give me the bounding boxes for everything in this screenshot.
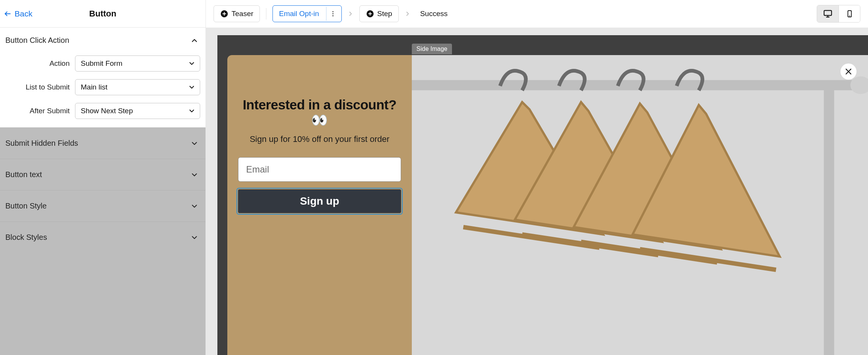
field-after-submit: After Submit Show Next Step: [0, 99, 206, 127]
svg-point-6: [333, 15, 334, 16]
desktop-icon: [823, 9, 833, 19]
list-select[interactable]: Main list: [75, 79, 200, 95]
select-value: Submit Form: [75, 55, 200, 72]
svg-rect-10: [824, 10, 832, 15]
svg-point-4: [333, 11, 334, 12]
popup-button-selected: Sign up: [237, 188, 403, 215]
popup-email-input[interactable]: [238, 157, 401, 182]
svg-point-5: [333, 13, 334, 15]
popup-title: Interested in a discount? 👀: [237, 97, 403, 128]
step-menu-button[interactable]: [326, 7, 340, 21]
collapsed-sections: Submit Hidden Fields Button text Button …: [0, 127, 206, 355]
plus-circle-icon: [220, 10, 228, 18]
hanger-image: [412, 55, 868, 355]
plus-circle-icon: [366, 10, 374, 18]
field-label: List to Submit: [5, 83, 70, 91]
step-breadcrumb: Teaser Email Opt-in Step Success: [214, 5, 451, 22]
action-select[interactable]: Submit Form: [75, 55, 200, 72]
chevron-right-icon: [404, 10, 411, 17]
step-success[interactable]: Success: [416, 5, 452, 22]
step-label: Teaser: [232, 10, 253, 18]
field-list-to-submit: List to Submit Main list: [0, 75, 206, 99]
device-desktop-button[interactable]: [817, 5, 839, 22]
svg-rect-20: [824, 86, 834, 355]
section-button-text[interactable]: Button text: [0, 159, 206, 190]
device-mobile-button[interactable]: [839, 5, 860, 22]
panel-title: Button: [89, 9, 116, 19]
chevron-right-icon: [347, 10, 354, 17]
field-label: Action: [5, 59, 70, 68]
after-submit-select[interactable]: Show Next Step: [75, 103, 200, 119]
field-action: Action Submit Form: [0, 52, 206, 75]
step-label: Success: [420, 10, 448, 18]
section-title: Block Styles: [5, 233, 47, 242]
chevron-down-icon: [190, 171, 199, 179]
step-email-optin[interactable]: Email Opt-in: [272, 5, 342, 22]
settings-panel: Back Button Button Click Action Action S…: [0, 0, 206, 355]
section-button-click-action[interactable]: Button Click Action: [0, 28, 206, 52]
popup-subtitle: Sign up for 10% off on your first order: [250, 134, 389, 144]
chevron-up-icon: [190, 36, 199, 45]
section-title: Button Style: [5, 202, 47, 210]
mobile-icon: [845, 10, 854, 18]
field-label: After Submit: [5, 107, 70, 115]
popup-form-side: Interested in a discount? 👀 Sign up for …: [227, 55, 412, 355]
chevron-down-icon: [190, 202, 199, 210]
select-value: Main list: [75, 79, 200, 95]
more-vertical-icon: [330, 10, 336, 17]
step-teaser[interactable]: Teaser: [214, 5, 260, 22]
close-icon: [844, 67, 853, 76]
step-label: Step: [377, 10, 392, 18]
step-divider: [266, 8, 266, 20]
device-toggle: [817, 5, 860, 23]
step-step[interactable]: Step: [359, 5, 399, 22]
section-title: Submit Hidden Fields: [5, 139, 78, 148]
section-title: Button text: [5, 170, 42, 179]
step-label: Email Opt-in: [279, 10, 319, 18]
select-value: Show Next Step: [75, 103, 200, 119]
section-button-style[interactable]: Button Style: [0, 190, 206, 221]
preview-panel: Teaser Email Opt-in Step Success: [206, 0, 868, 355]
arrow-left-icon: [4, 10, 11, 18]
popup-signup-button[interactable]: Sign up: [238, 189, 401, 213]
section-submit-hidden-fields[interactable]: Submit Hidden Fields: [0, 127, 206, 159]
popup-image-side[interactable]: [412, 55, 868, 355]
section-title: Button Click Action: [5, 36, 69, 45]
panel-header: Back Button: [0, 0, 206, 28]
back-label: Back: [15, 9, 33, 18]
chevron-down-icon: [190, 233, 199, 242]
popup: Interested in a discount? 👀 Sign up for …: [227, 55, 868, 355]
side-image-label: Side Image: [412, 44, 452, 54]
back-button[interactable]: Back: [4, 9, 33, 18]
canvas-wrap: Side Image Interested in a discount? 👀 S…: [206, 28, 868, 355]
chevron-down-icon: [190, 139, 199, 148]
popup-close-button[interactable]: [840, 64, 857, 80]
canvas: Side Image Interested in a discount? 👀 S…: [217, 35, 868, 355]
top-bar: Teaser Email Opt-in Step Success: [206, 0, 868, 28]
section-block-styles[interactable]: Block Styles: [0, 221, 206, 253]
